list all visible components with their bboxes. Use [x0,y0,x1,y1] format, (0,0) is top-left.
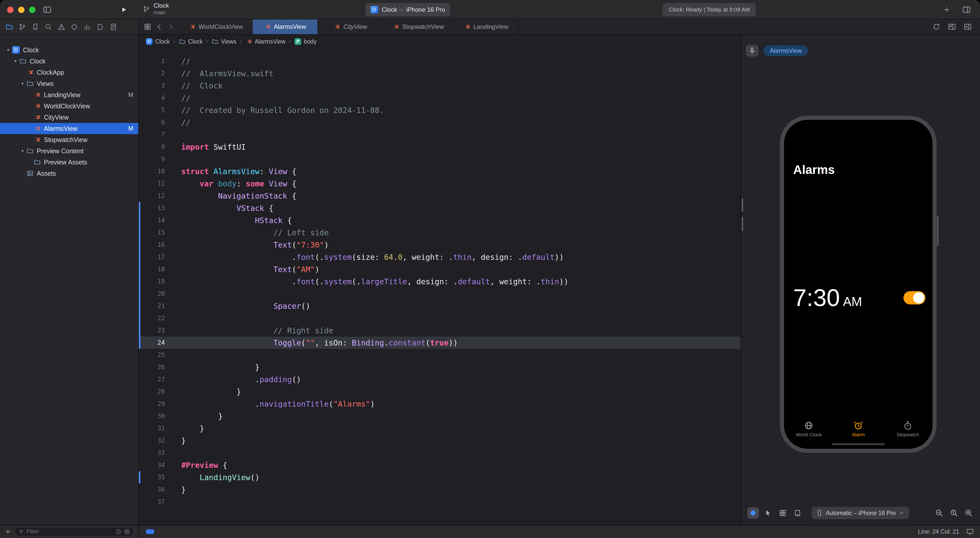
tab-LandingView[interactable]: LandingView [454,19,519,34]
line-number[interactable]: 5 [139,106,173,114]
breadcrumb-item-body[interactable]: Pbody [294,38,317,45]
code-line[interactable]: 22 [139,312,741,324]
editor-options-button[interactable] [948,23,956,31]
line-number[interactable]: 22 [139,315,173,322]
code-line[interactable]: 27 .padding() [139,373,741,386]
code-line[interactable]: 4// [139,92,741,104]
code-line[interactable]: 36} [139,483,741,496]
tab-AlarmsView[interactable]: AlarmsView [253,19,318,34]
code-line[interactable]: 24 Toggle("", isOn: Binding.constant(tru… [139,336,741,349]
breadcrumb-item-clock[interactable]: Clock [179,38,203,45]
navigate-forward-button[interactable] [167,23,175,30]
sidebar-item-cityview[interactable]: CityView [0,112,138,123]
filter-field[interactable]: Filter [15,527,134,536]
code-line[interactable]: 17 .font(.system(size: 64.0, weight: .th… [139,251,741,263]
line-number[interactable]: 14 [139,217,173,224]
breadcrumb-item-views[interactable]: Views [212,38,237,45]
code-area[interactable]: 1//2// AlarmsView.swift3// Clock4//5// C… [139,48,741,525]
code-line[interactable]: 25 [139,349,741,361]
line-number[interactable]: 4 [139,94,173,102]
line-number[interactable]: 23 [139,327,173,334]
sidebar-item-clockapp[interactable]: ClockApp [0,67,138,78]
fullscreen-button[interactable] [29,6,35,13]
code-line[interactable]: 1// [139,55,741,67]
code-line[interactable]: 14 HStack { [139,214,741,227]
tab-StopwatchView[interactable]: StopwatchView [383,19,454,34]
device-settings-button[interactable] [792,508,803,519]
code-line[interactable]: 19 .font(.system(.largeTitle, design: .d… [139,275,741,287]
line-number[interactable]: 15 [139,229,173,236]
navigator-debug-button[interactable] [84,23,91,30]
line-number[interactable]: 26 [139,363,173,371]
scm-filter-icon[interactable] [124,528,130,535]
line-number[interactable]: 37 [139,498,173,505]
preview-target-badge[interactable]: AlarmsView [764,45,808,56]
run-destination-selector[interactable]: Clock › iPhone 16 Pro [366,3,450,16]
navigator-report-button[interactable] [110,23,117,30]
line-number[interactable]: 12 [139,192,173,199]
line-number[interactable]: 13 [139,205,173,212]
sidebar-item-alarmsview[interactable]: AlarmsViewM [0,123,138,134]
line-number[interactable]: 10 [139,168,173,175]
line-number[interactable]: 27 [139,376,173,383]
disclosure-icon[interactable]: ▾ [12,59,18,64]
line-number[interactable]: 7 [139,131,173,138]
code-line[interactable]: 9 [139,153,741,165]
code-line[interactable]: 13 VStack { [139,202,741,214]
line-number[interactable]: 1 [139,58,173,65]
sidebar-item-stopwatchview[interactable]: StopwatchView [0,134,138,145]
line-number[interactable]: 28 [139,388,173,395]
phone-tab-stopwatch[interactable]: Stopwatch [883,421,932,438]
code-line[interactable]: 35 LandingView() [139,471,741,483]
code-line[interactable]: 10struct AlarmsView: View { [139,165,741,178]
line-number[interactable]: 34 [139,462,173,469]
zoom-in-button[interactable] [965,509,973,517]
code-line[interactable]: 28 } [139,386,741,398]
code-line[interactable]: 33 [139,447,741,459]
tab-overview-button[interactable] [144,23,151,30]
code-line[interactable]: 15 // Left side [139,227,741,239]
code-line[interactable]: 7 [139,129,741,141]
run-button[interactable] [121,0,127,19]
line-number[interactable]: 19 [139,278,173,285]
navigator-folder-button[interactable] [6,23,13,30]
add-editor-button[interactable] [964,23,972,31]
code-line[interactable]: 6// [139,116,741,129]
live-preview-button[interactable] [747,508,759,519]
line-number[interactable]: 17 [139,254,173,260]
phone-tab-alarm[interactable]: Alarm [834,421,883,438]
pin-preview-button[interactable] [746,45,759,57]
tab-WorldClockView[interactable]: WorldClockView [180,19,253,34]
code-line[interactable]: 37 [139,496,741,508]
code-line[interactable]: 29 .navigationTitle("Alarms") [139,398,741,410]
line-number[interactable]: 18 [139,266,173,273]
zoom-out-button[interactable] [935,509,943,517]
line-number[interactable]: 20 [139,290,173,297]
sidebar-item-clock[interactable]: ▾Clock [0,44,138,56]
line-number[interactable]: 24 [139,339,173,346]
line-number[interactable]: 35 [139,474,173,481]
navigator-search-button[interactable] [45,23,52,30]
code-line[interactable]: 16 Text("7:30") [139,239,741,251]
toggle-right-sidebar-button[interactable] [962,0,971,19]
sidebar-item-landingview[interactable]: LandingViewM [0,89,138,100]
code-line[interactable]: 2// AlarmsView.swift [139,67,741,79]
line-number[interactable]: 31 [139,425,173,432]
alarm-toggle[interactable] [904,291,925,305]
recents-filter-icon[interactable] [115,528,121,535]
code-review-button[interactable] [932,23,940,30]
line-number[interactable]: 2 [139,70,173,77]
navigator-diamond-button[interactable] [71,23,78,30]
navigator-branch-button[interactable] [19,23,26,30]
code-line[interactable]: 32} [139,435,741,447]
line-number[interactable]: 25 [139,351,173,359]
navigator-breakpoint-button[interactable] [97,23,104,30]
code-line[interactable]: 11 var body: some View { [139,178,741,190]
sidebar-item-preview-assets[interactable]: Preview Assets [0,157,138,168]
line-number[interactable]: 3 [139,82,173,89]
display-icon[interactable] [966,528,974,535]
line-number[interactable]: 33 [139,449,173,456]
line-number[interactable]: 9 [139,156,173,163]
zoom-actual-button[interactable] [950,509,958,517]
code-line[interactable]: 31 } [139,422,741,435]
